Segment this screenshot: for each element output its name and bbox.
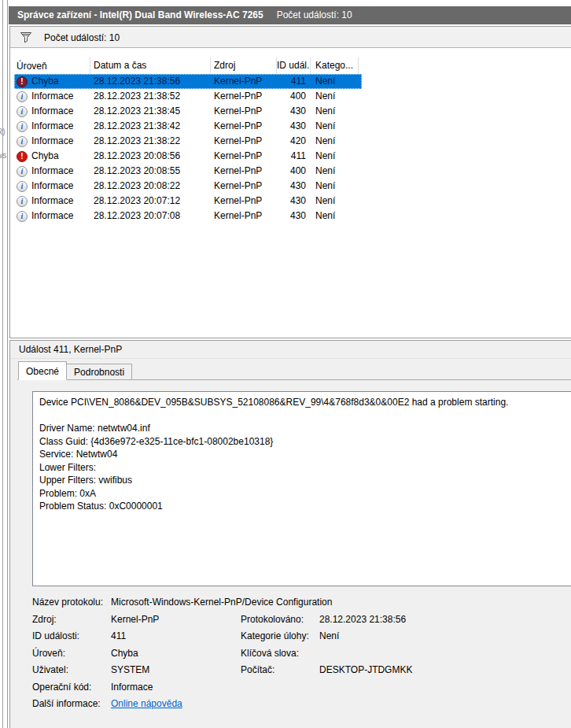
information-icon: i: [17, 211, 28, 222]
error-icon: !: [17, 76, 28, 87]
tab-obecné[interactable]: Obecné: [18, 361, 67, 380]
field-label: Další informace:: [32, 697, 111, 710]
events-list-panel: Počet událostí: 10 ÚroveňDatum a časZdro…: [9, 26, 571, 338]
window-frame-line: [7, 0, 8, 728]
event-datetime: 28.12.2023 20:08:22: [90, 179, 211, 194]
event-id: 430: [277, 119, 311, 134]
column-header-0[interactable]: Úroveň: [14, 57, 90, 74]
field-label: Počítač:: [241, 663, 319, 676]
event-source: Kernel-PnP: [211, 149, 277, 164]
field-label: Uživatel:: [32, 663, 111, 676]
background-text-fragment: ws: [0, 151, 6, 160]
field-row: ID události:411Kategorie úlohy:Není: [32, 630, 569, 642]
event-source: Kernel-PnP: [211, 194, 277, 209]
field-label: Protokolováno:: [241, 613, 319, 626]
event-level: Informace: [31, 134, 73, 149]
column-header-4[interactable]: Katego...: [311, 57, 359, 74]
general-tab-page: Device PCI\VEN_8086&DEV_095B&SUBSYS_5210…: [17, 379, 571, 728]
listview-body: !Chyba28.12.2023 21:38:56Kernel-PnP411Ne…: [14, 74, 362, 224]
event-row[interactable]: iInformace28.12.2023 21:38:42Kernel-PnP4…: [14, 119, 362, 134]
event-category: Není: [311, 179, 359, 194]
event-row[interactable]: iInformace28.12.2023 21:38:52Kernel-PnP4…: [14, 89, 362, 104]
event-category: Není: [311, 134, 359, 149]
field-row: Uživatel:SYSTEMPočítač:DESKTOP-JTDGMKK: [32, 663, 569, 676]
event-datetime: 28.12.2023 21:38:52: [90, 89, 211, 104]
event-row[interactable]: iInformace28.12.2023 20:07:08Kernel-PnP4…: [14, 209, 362, 224]
event-row-selected[interactable]: !Chyba28.12.2023 21:38:56Kernel-PnP411Ne…: [14, 74, 362, 89]
event-id: 430: [277, 194, 311, 209]
event-description-box[interactable]: Device PCI\VEN_8086&DEV_095B&SUBSYS_5210…: [32, 391, 571, 586]
event-category: Není: [311, 149, 359, 164]
field-label: Kategorie úlohy:: [241, 630, 319, 642]
field-row: Název protokolu:Microsoft-Windows-Kernel…: [32, 596, 569, 608]
filter-funnel-icon[interactable]: [20, 31, 32, 44]
information-icon: i: [17, 166, 28, 177]
event-row[interactable]: iInformace28.12.2023 20:07:12Kernel-PnP4…: [14, 194, 362, 209]
event-level: Informace: [31, 194, 73, 209]
event-id: 430: [277, 179, 311, 194]
field-value: Není: [319, 630, 339, 642]
event-level: Chyba: [31, 149, 59, 164]
event-id: 400: [277, 164, 311, 179]
column-header-3[interactable]: ID udál...: [277, 57, 311, 74]
window-title: Správce zařízení - Intel(R) Dual Band Wi…: [17, 9, 263, 20]
information-icon: i: [17, 121, 28, 132]
event-datetime: 28.12.2023 21:38:42: [90, 119, 211, 134]
event-category: Není: [311, 164, 359, 179]
event-id: 420: [277, 134, 311, 149]
tab-podrobnosti[interactable]: Podrobnosti: [67, 364, 132, 380]
event-source: Kernel-PnP: [211, 104, 277, 119]
online-help-link[interactable]: Online nápověda: [111, 697, 182, 710]
event-properties-window: Správce zařízení - Intel(R) Dual Band Wi…: [9, 0, 571, 728]
event-level: Informace: [31, 209, 73, 224]
window-frame-line: [2, 0, 3, 728]
event-category: Není: [311, 89, 359, 104]
event-category: Není: [311, 104, 359, 119]
event-row[interactable]: iInformace28.12.2023 20:08:22Kernel-PnP4…: [14, 179, 362, 194]
event-row[interactable]: iInformace28.12.2023 21:38:22Kernel-PnP4…: [14, 134, 362, 149]
event-source: Kernel-PnP: [211, 74, 277, 89]
field-label: Úroveň:: [32, 647, 111, 660]
column-header-1[interactable]: Datum a čas: [90, 57, 211, 74]
event-row[interactable]: !Chyba28.12.2023 20:08:56Kernel-PnP411Ne…: [14, 149, 362, 164]
column-header-2[interactable]: Zdroj: [211, 57, 277, 74]
field-value: Microsoft-Windows-Kernel-PnP/Device Conf…: [111, 596, 332, 608]
event-fields-grid: Název protokolu:Microsoft-Windows-Kernel…: [32, 596, 569, 715]
event-category: Není: [311, 209, 359, 224]
screen: R) ws Správce zařízení - Intel(R) Dual B…: [0, 0, 571, 728]
error-icon: !: [17, 151, 28, 162]
event-row[interactable]: iInformace28.12.2023 20:08:55Kernel-PnP4…: [14, 164, 362, 179]
event-source: Kernel-PnP: [211, 89, 277, 104]
event-level: Informace: [31, 179, 73, 194]
event-row[interactable]: iInformace28.12.2023 21:38:45Kernel-PnP4…: [14, 104, 362, 119]
event-datetime: 28.12.2023 20:07:08: [90, 209, 211, 224]
event-detail-panel: Událost 411, Kernel-PnP ObecnéPodrobnost…: [9, 340, 571, 728]
field-value: Informace: [111, 681, 153, 693]
filter-toolbar: Počet událostí: 10: [10, 27, 571, 48]
event-id: 411: [277, 149, 311, 164]
information-icon: i: [17, 136, 28, 147]
field-label: Operační kód:: [32, 681, 111, 693]
event-category: Není: [311, 119, 359, 134]
information-icon: i: [17, 91, 28, 102]
window-titlebar[interactable]: Správce zařízení - Intel(R) Dual Band Wi…: [9, 6, 571, 24]
field-value: SYSTEM: [111, 663, 241, 676]
event-id: 430: [277, 104, 311, 119]
event-level: Chyba: [31, 74, 59, 89]
field-value: Chyba: [111, 647, 241, 660]
event-category: Není: [311, 74, 359, 89]
event-category: Není: [311, 194, 359, 209]
event-id: 400: [277, 89, 311, 104]
event-datetime: 28.12.2023 21:38:22: [90, 134, 211, 149]
field-label: Klíčová slova:: [241, 647, 319, 660]
event-datetime: 28.12.2023 20:08:55: [90, 164, 211, 179]
event-source: Kernel-PnP: [211, 164, 277, 179]
field-value: Kernel-PnP: [111, 613, 241, 626]
events-listview: ÚroveňDatum a časZdrojID udál...Katego..…: [14, 57, 362, 224]
event-source: Kernel-PnP: [211, 134, 277, 149]
event-level: Informace: [31, 89, 73, 104]
detail-tabs: ObecnéPodrobnosti: [18, 361, 132, 380]
event-datetime: 28.12.2023 20:08:56: [90, 149, 211, 164]
field-label: Zdroj:: [32, 613, 111, 626]
event-datetime: 28.12.2023 21:38:45: [90, 104, 211, 119]
